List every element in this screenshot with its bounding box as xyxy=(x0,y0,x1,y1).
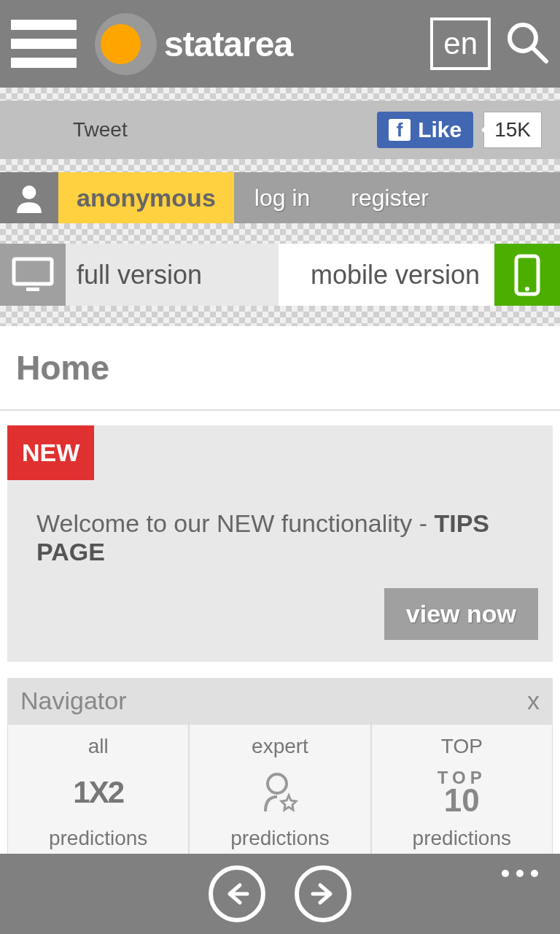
new-badge: NEW xyxy=(7,425,94,480)
full-version-link[interactable]: full version xyxy=(66,244,279,306)
facebook-like-widget: f Like 15K xyxy=(377,112,542,148)
header: statarea en xyxy=(0,0,560,88)
divider xyxy=(0,409,560,411)
language-selector[interactable]: en xyxy=(430,18,491,70)
logo-circle-icon xyxy=(95,13,157,75)
top10-icon: TOP10 xyxy=(438,770,486,814)
nav-cell-bottom: predictions xyxy=(372,827,552,850)
bottom-nav-bar xyxy=(0,854,560,934)
svg-rect-4 xyxy=(26,287,39,291)
divider-pattern xyxy=(0,88,560,101)
navigator-title: Navigator xyxy=(20,687,127,715)
mobile-version-link[interactable]: mobile version xyxy=(279,244,495,306)
svg-point-2 xyxy=(23,185,36,199)
user-avatar-icon xyxy=(0,172,58,223)
facebook-icon: f xyxy=(389,119,411,141)
search-icon[interactable] xyxy=(505,20,549,67)
page-title: Home xyxy=(0,326,560,409)
user-bar: anonymous log in register xyxy=(0,172,560,223)
user-status: anonymous xyxy=(58,172,234,223)
brand-name: statarea xyxy=(164,24,292,64)
nav-cell-top: all xyxy=(8,735,188,758)
divider-pattern xyxy=(0,306,560,326)
banner-text-prefix: Welcome to our NEW functionality - xyxy=(36,509,434,537)
divider-pattern xyxy=(0,223,560,244)
forward-button[interactable] xyxy=(295,865,351,922)
more-menu-icon[interactable] xyxy=(502,870,538,877)
hamburger-menu-icon[interactable] xyxy=(11,20,77,68)
version-bar: full version mobile version xyxy=(0,244,560,306)
social-bar: Tweet f Like 15K xyxy=(0,101,560,159)
nav-cell-top: expert xyxy=(190,735,370,758)
divider-pattern xyxy=(0,159,560,172)
navigator-close-button[interactable]: x xyxy=(527,687,540,715)
facebook-like-button[interactable]: f Like xyxy=(377,112,473,148)
facebook-like-label: Like xyxy=(418,117,462,142)
tweet-button[interactable]: Tweet xyxy=(73,118,128,142)
login-link[interactable]: log in xyxy=(234,172,331,223)
nav-expert-predictions[interactable]: expert predictions xyxy=(189,724,370,862)
register-link[interactable]: register xyxy=(330,172,449,223)
nav-cell-bottom: predictions xyxy=(190,827,370,850)
svg-rect-3 xyxy=(14,259,52,284)
nav-top-predictions[interactable]: TOP TOP10 predictions xyxy=(371,724,553,862)
facebook-like-count: 15K xyxy=(483,112,542,148)
view-now-button[interactable]: view now xyxy=(384,588,538,640)
brand-logo[interactable]: statarea xyxy=(95,13,292,75)
back-button[interactable] xyxy=(209,865,265,922)
nav-all-predictions[interactable]: all 1X2 predictions xyxy=(7,724,189,862)
banner-text: Welcome to our NEW functionality - TIPS … xyxy=(7,480,553,588)
svg-point-6 xyxy=(525,287,529,291)
navigator-header: Navigator x xyxy=(7,678,553,724)
svg-line-1 xyxy=(533,48,546,61)
svg-point-7 xyxy=(268,774,287,793)
promo-banner: NEW Welcome to our NEW functionality - T… xyxy=(7,425,553,662)
nav-cell-top: TOP xyxy=(372,735,552,758)
mobile-icon xyxy=(494,244,560,306)
desktop-icon xyxy=(0,244,66,306)
1x2-icon: 1X2 xyxy=(73,775,123,810)
expert-star-icon xyxy=(190,764,370,821)
nav-cell-bottom: predictions xyxy=(8,827,188,850)
